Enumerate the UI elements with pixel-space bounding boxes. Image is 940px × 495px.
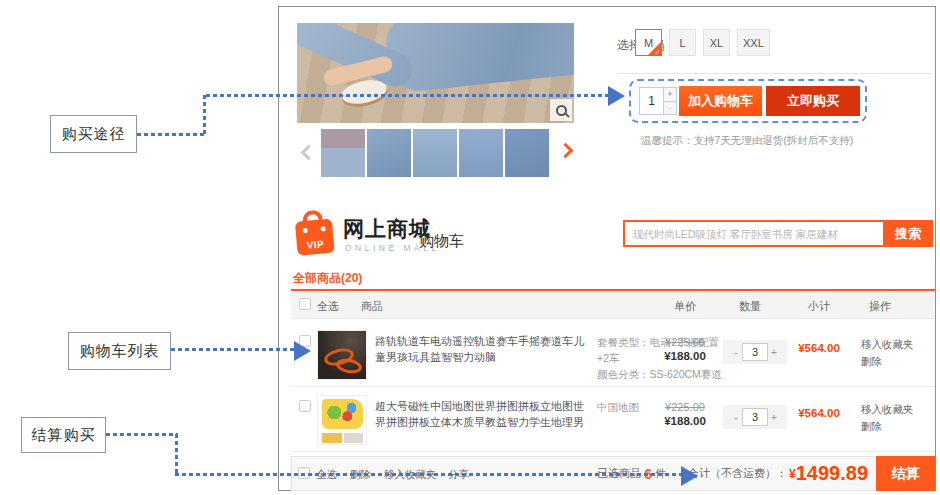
total-label: 合计（不含运费）： [688,466,787,481]
move-to-favorites-link[interactable]: 移入收藏夹 [861,336,914,353]
header-quantity: 数量 [739,299,761,314]
row-quantity-value[interactable]: 3 [742,343,768,361]
bag-body-shape: VIP [295,219,335,256]
checkout-button[interactable]: 结算 [876,456,935,491]
carousel-prev-icon[interactable] [301,145,317,161]
header-subtotal: 小计 [787,299,851,314]
size-option-xl[interactable]: XL [703,29,730,56]
product-main-image [297,23,574,123]
row-quantity-value[interactable]: 3 [742,408,768,426]
row-quantity-stepper: - 3 + [723,405,787,429]
size-option-xxl[interactable]: XXL [737,29,770,56]
tab-all-products[interactable]: 全部商品(20) [293,270,362,287]
search-bar: 搜索 [623,220,933,247]
delete-link[interactable]: 删除 [861,353,914,370]
annotation-focus-outline [629,79,867,123]
product-title-link[interactable]: 超大号磁性中国地图世界拼图拼板立地图世界拼图拼板立体木质早教益智力学生地理男 [375,398,589,430]
header-operation: 操作 [869,299,891,314]
search-button[interactable]: 搜索 [883,220,933,247]
thumbnail-strip [321,129,549,177]
product-thumbnail[interactable] [505,129,549,177]
size-options: M ✓ L XL XXL [635,29,770,56]
row-operations: 移入收藏夹 删除 [861,401,914,435]
product-thumbnail[interactable] [459,129,503,177]
arrowhead-icon [608,86,625,106]
carousel-next-icon[interactable] [558,143,574,159]
dotted-connector [106,433,178,436]
check-icon: ✓ [654,48,661,57]
cart-row-china-map: 超大号磁性中国地图世界拼图拼板立地图世界拼图拼板立体木质早教益智力学生地理男 中… [291,388,935,452]
annotation-label-purchase-path: 购买途径 [50,115,137,153]
jeans-photo-shape [383,23,574,94]
product-thumbnail[interactable] [367,129,411,177]
price-cell: ¥225.00 ¥188.00 [647,336,723,362]
attr-line: 颜色分类：SS-620CM赛道 [597,366,723,382]
image-zoom-button[interactable] [550,99,572,121]
magnifier-icon [556,105,567,116]
product-image-track-toy[interactable] [317,330,367,380]
arrowhead-icon [681,466,698,486]
cart-table-header: 全选 商品 单价 数量 小计 操作 [291,291,935,319]
total-amount: 1499.89 [796,462,868,485]
delete-link[interactable]: 删除 [861,418,914,435]
dotted-connector [206,94,608,97]
header-select-all: 全选 [317,299,339,314]
row-checkbox[interactable] [299,400,311,412]
return-policy-tip: 温馨提示：支持7天无理由退货(拆封后不支持) [641,134,853,148]
dotted-connector [137,133,206,136]
cart-page-title: 购物车 [419,232,464,251]
mockup-panel: 选择尺码： M ✓ L XL XXL + - 加入购物车 立即购买 温馨提示：支… [278,6,936,491]
section-divider [617,73,931,74]
product-title-link[interactable]: 路轨轨道车电动遥控轨道赛车手摇赛道车儿童男孩玩具益智智力动脑 [375,333,589,365]
row-quantity-decrease-button[interactable]: - [730,343,742,361]
total-currency: ¥ [789,467,796,481]
row-quantity-increase-button[interactable]: + [768,343,780,361]
row-operations: 移入收藏夹 删除 [861,336,914,370]
dotted-connector [171,348,295,351]
old-price: ¥225.00 [647,401,723,413]
subtotal-cell: ¥564.00 [787,342,851,354]
select-all-checkbox[interactable] [299,298,311,310]
header-product: 商品 [361,299,383,314]
subtotal-cell: ¥564.00 [787,407,851,419]
row-quantity-stepper: - 3 + [723,340,787,364]
dotted-connector [175,434,178,476]
size-option-l[interactable]: L [669,29,696,56]
row-quantity-decrease-button[interactable]: - [730,408,742,426]
size-option-label: M [644,37,653,49]
arrowhead-icon [294,341,311,361]
annotation-label-cart-list: 购物车列表 [68,332,171,370]
annotation-label-checkout-purchase: 结算购买 [21,417,106,453]
search-input[interactable] [623,220,883,247]
header-unit-price: 单价 [647,299,723,314]
dotted-connector [203,95,206,136]
mall-name: 网上商城 [343,215,431,243]
product-thumbnail[interactable] [413,129,457,177]
product-thumbnail[interactable] [321,129,365,177]
mall-logo-icon: VIP [294,208,338,259]
cart-row-track-toy: 路轨轨道车电动遥控轨道赛车手摇赛道车儿童男孩玩具益智智力动脑 套餐类型：电动+手… [291,323,935,387]
row-quantity-increase-button[interactable]: + [768,408,780,426]
old-price: ¥225.00 [647,336,723,348]
product-image-china-map[interactable] [317,395,367,445]
vip-badge: VIP [297,237,335,251]
move-to-favorites-link[interactable]: 移入收藏夹 [861,401,914,418]
current-price: ¥188.00 [647,350,723,362]
dotted-connector [175,473,682,476]
current-price: ¥188.00 [647,415,723,427]
annotated-screenshot-canvas: 购买途径 购物车列表 结算购买 选择尺码： [0,0,940,495]
price-cell: ¥225.00 ¥188.00 [647,401,723,427]
size-option-m[interactable]: M ✓ [635,29,662,56]
